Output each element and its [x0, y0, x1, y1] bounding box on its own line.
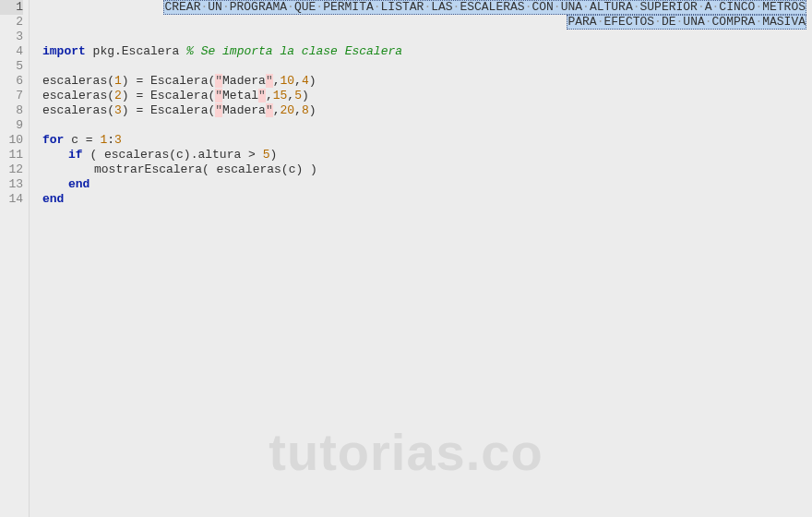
- code-line[interactable]: escaleras(2) = Escalera("Metal",15,5): [42, 89, 812, 103]
- line-number: 12: [0, 162, 23, 177]
- line-number: 4: [0, 44, 23, 59]
- number: 8: [302, 103, 309, 117]
- code-text: ) = Escalera(: [122, 74, 215, 88]
- string-content: Metal: [222, 89, 258, 102]
- code-line[interactable]: escaleras(3) = Escalera("Madera",20,8): [42, 103, 812, 118]
- line-number: 1: [0, 0, 23, 15]
- line-number: 2: [0, 15, 23, 30]
- code-line[interactable]: [42, 118, 812, 133]
- line-number: 6: [0, 74, 23, 89]
- code-text: ( escaleras(c).altura >: [83, 148, 263, 162]
- selected-comment-text[interactable]: CREAR·UN·PROGRAMA·QUE·PERMITA·LISTAR·LAS…: [163, 0, 806, 15]
- code-text: ): [269, 148, 277, 162]
- number: 15: [273, 89, 288, 102]
- code-text: escaleras(: [42, 103, 114, 117]
- line-number: 9: [0, 118, 23, 133]
- line-number: 5: [0, 59, 23, 74]
- number: 3: [114, 133, 122, 147]
- line-number: 11: [0, 148, 23, 162]
- code-line[interactable]: import pkg.Escalera % Se importa la clas…: [42, 44, 812, 59]
- number: 2: [114, 89, 122, 102]
- line-number: 14: [0, 192, 23, 207]
- string-quote: ": [215, 74, 222, 88]
- code-text: ,: [266, 89, 273, 102]
- string-content: Madera: [222, 74, 266, 88]
- code-text: ): [309, 103, 316, 117]
- comment: % Se importa la clase Escalera: [186, 44, 402, 58]
- module-name: pkg.Escalera: [86, 44, 186, 58]
- string-quote: ": [258, 89, 266, 102]
- code-text: ,: [294, 103, 302, 117]
- code-text: ,: [273, 103, 281, 117]
- line-number: 3: [0, 30, 23, 44]
- selected-comment-text[interactable]: PARA·EFECTOS·DE·UNA·COMPRA·MASIVA: [567, 15, 806, 30]
- number: 3: [114, 103, 122, 117]
- number: 4: [302, 74, 309, 88]
- code-text: escaleras(: [42, 74, 114, 88]
- code-line[interactable]: if ( escaleras(c).altura > 5): [42, 148, 812, 162]
- code-line[interactable]: PARA·EFECTOS·DE·UNA·COMPRA·MASIVA: [42, 15, 812, 30]
- line-number: 8: [0, 103, 23, 118]
- number: 5: [294, 89, 302, 102]
- code-line[interactable]: end: [42, 192, 812, 207]
- function-call: mostrarEscalera( escaleras(c) ): [94, 162, 317, 176]
- string-quote: ": [215, 89, 222, 102]
- code-line[interactable]: escaleras(1) = Escalera("Madera",10,4): [42, 74, 812, 89]
- code-text: ,: [294, 74, 302, 88]
- number: 10: [281, 74, 295, 88]
- code-text: ,: [287, 89, 294, 102]
- code-text: escaleras(: [42, 89, 114, 102]
- keyword-import: import: [42, 44, 86, 58]
- line-number: 7: [0, 89, 23, 103]
- code-text: :: [107, 133, 114, 147]
- code-text: c =: [64, 133, 100, 147]
- code-text: ,: [273, 74, 281, 88]
- line-number: 13: [0, 177, 23, 192]
- string-quote: ": [266, 103, 273, 117]
- string-content: Madera: [222, 103, 266, 117]
- code-text: ) = Escalera(: [122, 103, 215, 117]
- watermark-text: tutorias.co: [0, 422, 812, 482]
- number: 1: [114, 74, 122, 88]
- number: 20: [281, 103, 295, 117]
- code-line[interactable]: mostrarEscalera( escaleras(c) ): [42, 162, 812, 177]
- string-quote: ": [215, 103, 222, 117]
- keyword-end: end: [42, 192, 64, 206]
- code-line[interactable]: CREAR·UN·PROGRAMA·QUE·PERMITA·LISTAR·LAS…: [42, 0, 812, 15]
- line-number: 10: [0, 133, 23, 148]
- keyword-if: if: [68, 148, 83, 162]
- code-line[interactable]: [42, 59, 812, 74]
- code-line[interactable]: end: [42, 177, 812, 192]
- code-text: ): [309, 74, 316, 88]
- keyword-for: for: [42, 133, 64, 147]
- code-line[interactable]: for c = 1:3: [42, 133, 812, 148]
- code-text: ): [302, 89, 309, 102]
- code-text: ) = Escalera(: [122, 89, 215, 102]
- keyword-end: end: [68, 177, 90, 191]
- code-line[interactable]: [42, 30, 812, 44]
- string-quote: ": [266, 74, 273, 88]
